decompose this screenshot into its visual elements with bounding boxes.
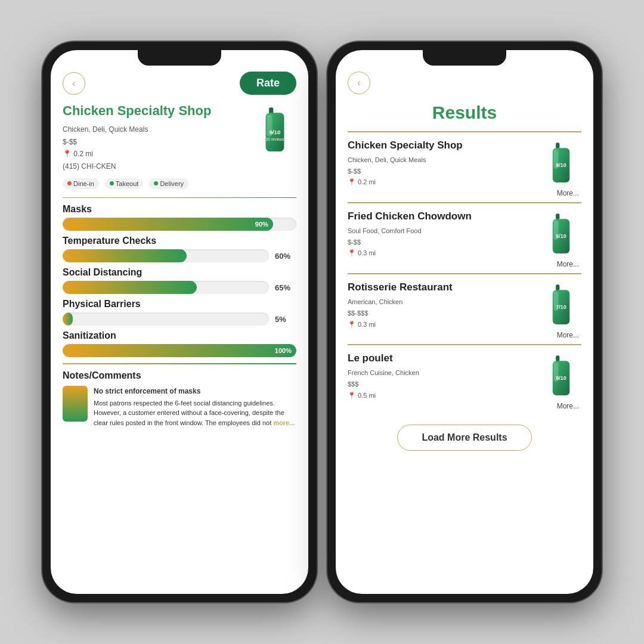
result-name-1: Fried Chicken Chowdown xyxy=(348,210,472,222)
result-bottle-0: 9/10 xyxy=(541,140,581,187)
notch xyxy=(138,50,221,66)
result-name-2: Rotisserie Restaurant xyxy=(348,281,453,293)
divider-2 xyxy=(63,363,296,364)
bar-fill-2 xyxy=(63,281,197,294)
bar-track-2 xyxy=(63,281,269,294)
bar-track-0: 90% xyxy=(63,218,296,231)
phone-1: ‹ Rate Chicken Specialty Shop Chicken, D… xyxy=(42,42,317,602)
svg-text:6/10: 6/10 xyxy=(556,233,566,239)
result-card-0: Chicken Specialty ShopChicken, Deli, Qui… xyxy=(348,131,581,202)
svg-rect-14 xyxy=(556,284,559,290)
phone-2: ‹ Results Chicken Specialty ShopChicken,… xyxy=(327,42,602,602)
svg-rect-6 xyxy=(556,143,559,148)
bar-fill-1 xyxy=(63,249,187,262)
result-info-0: Chicken Specialty ShopChicken, Deli, Qui… xyxy=(348,140,463,188)
svg-text:9/10: 9/10 xyxy=(556,162,566,168)
bar-fill-0: 90% xyxy=(63,218,273,231)
services-row: Dine-in Takeout Delivery xyxy=(63,178,296,189)
bar-row-4: 100% xyxy=(63,344,296,357)
result-card-3: Le pouletFrench Cuisine, Chicken$$$📍 0.5… xyxy=(348,344,581,415)
notes-title: No strict enforcement of masks xyxy=(94,386,296,397)
results-back-button[interactable]: ‹ xyxy=(348,72,370,94)
metric-physical-barriers: Physical Barriers5% xyxy=(63,299,296,326)
metric-label-3: Physical Barriers xyxy=(63,299,296,309)
notes-more-link[interactable]: more... xyxy=(273,419,295,426)
screen-2: ‹ Results Chicken Specialty ShopChicken,… xyxy=(336,50,593,594)
bar-track-3 xyxy=(63,312,269,326)
divider-1 xyxy=(63,197,296,199)
result-more-1[interactable]: More... xyxy=(348,260,581,268)
result-card-inner-1: Fried Chicken ChowdownSoul Food, Comfort… xyxy=(348,210,581,259)
svg-text:7/10: 7/10 xyxy=(556,304,566,310)
restaurant-section: Chicken Specialty Shop Chicken, Deli, Qu… xyxy=(63,103,296,172)
restaurant-name: Chicken Specialty Shop xyxy=(63,103,211,119)
results-title: Results xyxy=(348,103,581,123)
bar-fill-4: 100% xyxy=(63,344,296,357)
load-more-button[interactable]: Load More Results xyxy=(397,425,531,451)
svg-rect-18 xyxy=(556,356,559,362)
results-container: Chicken Specialty ShopChicken, Deli, Qui… xyxy=(348,131,581,415)
restaurant-meta: Chicken, Deli, Quick Meals $-$$ 📍 0.2 mi… xyxy=(63,123,211,172)
result-bottle-1: 6/10 xyxy=(541,210,581,258)
metric-social-distancing: Social Distancing65% xyxy=(63,267,296,294)
metrics-container: Masks90%Temperature Checks60%Social Dist… xyxy=(63,204,296,357)
bar-fill-3 xyxy=(63,312,73,326)
service-takeout: Takeout xyxy=(105,178,144,189)
svg-text:9/10: 9/10 xyxy=(269,129,281,135)
result-card-inner-2: Rotisserie RestaurantAmerican, Chicken$$… xyxy=(348,281,581,330)
notes-section: Notes/Comments No strict enforcement of … xyxy=(63,370,296,428)
result-card-inner-0: Chicken Specialty ShopChicken, Deli, Qui… xyxy=(348,140,581,188)
notes-color-block xyxy=(63,386,88,422)
bar-pct-outside-3: 5% xyxy=(275,315,296,324)
metric-sanitization: Sanitization100% xyxy=(63,330,296,357)
result-more-2[interactable]: More... xyxy=(348,331,581,339)
back-button[interactable]: ‹ xyxy=(63,72,85,95)
notch-2 xyxy=(423,50,506,66)
result-card-1: Fried Chicken ChowdownSoul Food, Comfort… xyxy=(348,202,581,273)
bar-pct-outside-1: 60% xyxy=(275,252,296,261)
bar-row-1: 60% xyxy=(63,249,296,262)
svg-text:20 reviews: 20 reviews xyxy=(266,137,284,141)
rate-button[interactable]: Rate xyxy=(240,72,296,95)
metric-label-4: Sanitization xyxy=(63,330,296,341)
bar-row-2: 65% xyxy=(63,281,296,294)
result-card-2: Rotisserie RestaurantAmerican, Chicken$$… xyxy=(348,273,581,344)
bar-pct-inside-4: 100% xyxy=(275,347,292,354)
result-info-2: Rotisserie RestaurantAmerican, Chicken$$… xyxy=(348,281,453,330)
notes-label: Notes/Comments xyxy=(63,370,296,381)
result-meta-1: Soul Food, Comfort Food$-$$📍 0.3 mi xyxy=(348,225,472,259)
svg-rect-10 xyxy=(556,213,559,219)
notes-text: No strict enforcement of masks Most patr… xyxy=(94,386,296,428)
bar-pct-outside-2: 65% xyxy=(275,283,296,292)
result-card-inner-3: Le pouletFrench Cuisine, Chicken$$$📍 0.5… xyxy=(348,352,581,401)
metric-masks: Masks90% xyxy=(63,204,296,231)
bar-pct-inside-0: 90% xyxy=(255,221,268,228)
metric-label-1: Temperature Checks xyxy=(63,236,296,246)
result-info-1: Fried Chicken ChowdownSoul Food, Comfort… xyxy=(348,210,472,259)
result-info-3: Le pouletFrench Cuisine, Chicken$$$📍 0.5… xyxy=(348,352,419,401)
restaurant-info: Chicken Specialty Shop Chicken, Deli, Qu… xyxy=(63,103,211,172)
header-row: ‹ Rate xyxy=(63,72,296,95)
service-dinein: Dine-in xyxy=(63,178,99,189)
result-bottle-2: 7/10 xyxy=(541,281,581,329)
bar-track-1 xyxy=(63,249,269,262)
result-name-3: Le poulet xyxy=(348,352,419,364)
results-header-row: ‹ xyxy=(348,72,581,94)
result-meta-3: French Cuisine, Chicken$$$📍 0.5 mi xyxy=(348,367,419,401)
result-more-3[interactable]: More... xyxy=(348,402,581,410)
result-name-0: Chicken Specialty Shop xyxy=(348,140,463,151)
result-bottle-3: 9/10 xyxy=(541,352,581,400)
svg-text:9/10: 9/10 xyxy=(556,375,566,381)
metric-temperature-checks: Temperature Checks60% xyxy=(63,236,296,262)
notes-body: Most patrons respected the 6-feet social… xyxy=(94,400,284,426)
result-more-0[interactable]: More... xyxy=(348,189,581,197)
metric-label-2: Social Distancing xyxy=(63,267,296,278)
notes-card: No strict enforcement of masks Most patr… xyxy=(63,386,296,428)
service-delivery: Delivery xyxy=(149,178,188,189)
bar-track-4: 100% xyxy=(63,344,296,357)
result-meta-0: Chicken, Deli, Quick Meals$-$$📍 0.2 mi xyxy=(348,154,463,188)
bar-row-0: 90% xyxy=(63,218,296,231)
result-meta-2: American, Chicken$$-$$$📍 0.3 mi xyxy=(348,296,453,330)
screen-1: ‹ Rate Chicken Specialty Shop Chicken, D… xyxy=(51,50,308,594)
metric-label-0: Masks xyxy=(63,204,296,215)
